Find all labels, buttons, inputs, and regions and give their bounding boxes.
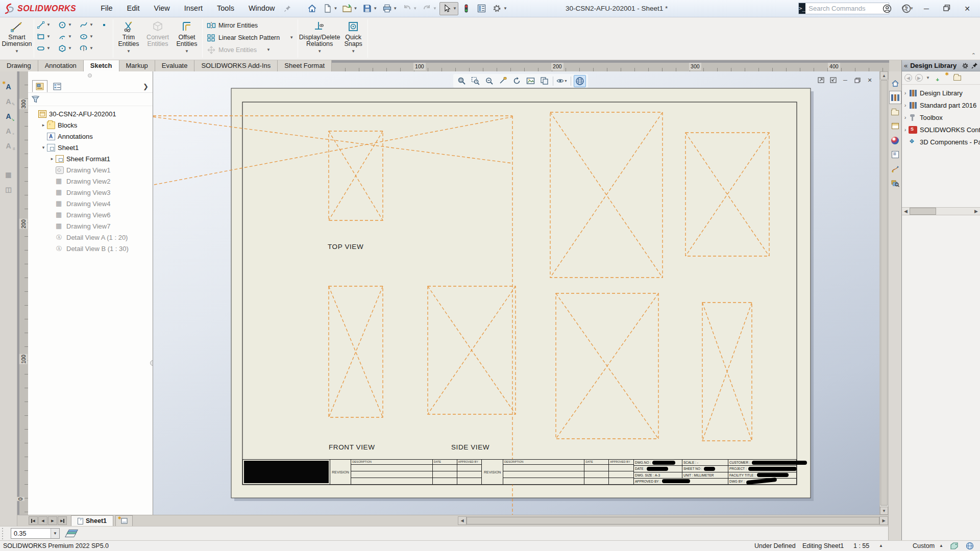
add-sheet-button[interactable]: ✱: [115, 515, 133, 526]
scrollbar-thumb[interactable]: [910, 208, 936, 215]
combo-dropdown-icon[interactable]: ▼: [51, 529, 59, 538]
command-tab[interactable]: Sheet Format: [278, 60, 332, 71]
globe-icon[interactable]: [966, 542, 974, 550]
graphics-area[interactable]: TOP VIEW FRONT VIEW SIDE VIEW ▼: [153, 71, 879, 515]
command-tab[interactable]: Markup: [119, 60, 155, 71]
polygon-tool[interactable]: ▼: [58, 44, 79, 53]
expander-icon[interactable]: ▸: [48, 156, 56, 161]
scroll-up-icon[interactable]: ▲: [880, 71, 888, 80]
dropdown-arrow-icon[interactable]: ▼: [393, 6, 397, 11]
home-button[interactable]: [305, 2, 319, 15]
add-note-button[interactable]: A+: [2, 125, 15, 137]
dropdown-arrow-icon[interactable]: ▼: [289, 35, 293, 40]
last-sheet-icon[interactable]: ▶: [58, 516, 67, 525]
home-tab[interactable]: [889, 77, 901, 90]
tag-icon[interactable]: [950, 542, 959, 549]
tree-item[interactable]: ▸ Blocks: [28, 119, 153, 131]
expander-icon[interactable]: ›: [902, 127, 909, 133]
expander-icon[interactable]: ›: [902, 90, 909, 96]
library-item[interactable]: › Design Library: [902, 87, 980, 99]
menu-item[interactable]: Window: [241, 0, 282, 17]
view-orientation-globe-button[interactable]: [574, 75, 586, 87]
tree-filter-row[interactable]: [28, 93, 153, 106]
user-account-icon[interactable]: [882, 4, 892, 14]
tree-item[interactable]: Drawing View7: [28, 220, 153, 232]
table-button[interactable]: ▦: [2, 168, 15, 181]
rotate-view-button[interactable]: [510, 75, 523, 87]
dropdown-arrow-icon[interactable]: ▼: [46, 22, 51, 27]
view-palette-tab[interactable]: [889, 119, 901, 133]
note-group-button[interactable]: A8: [2, 140, 15, 152]
revision-symbol-button[interactable]: ◫: [2, 183, 15, 195]
flyout-arrow-icon[interactable]: ▼: [127, 49, 131, 54]
back-icon[interactable]: ◀: [904, 74, 912, 82]
display-settings-button[interactable]: [475, 2, 489, 15]
dropdown-arrow-icon[interactable]: ▼: [926, 76, 930, 80]
mirror-entities-button[interactable]: Mirror Entities: [204, 19, 297, 31]
smart-dimension-button[interactable]: Smart Dimension ▼: [1, 17, 33, 60]
help-icon[interactable]: ?: [901, 4, 912, 14]
command-tab[interactable]: Sketch: [84, 60, 119, 71]
add-to-library-icon[interactable]: +: [933, 74, 940, 82]
scrollbar-thumb[interactable]: [467, 517, 879, 524]
dropdown-arrow-icon[interactable]: ▼: [68, 46, 72, 51]
note-button[interactable]: A✱: [2, 81, 15, 93]
layer-properties-icon[interactable]: [65, 529, 78, 538]
undo-button[interactable]: ▼: [400, 2, 419, 15]
first-sheet-icon[interactable]: ◀: [29, 516, 38, 525]
dropdown-arrow-icon[interactable]: ▼: [46, 34, 51, 39]
expander-icon[interactable]: ▾: [40, 145, 47, 150]
expander-icon[interactable]: ▸: [40, 122, 47, 128]
scroll-down-icon[interactable]: ▼: [880, 507, 888, 515]
ellipse-tool[interactable]: ▼: [79, 32, 101, 41]
dropdown-arrow-icon[interactable]: ▼: [453, 6, 457, 11]
dropdown-arrow-icon[interactable]: ▼: [564, 79, 568, 83]
menu-item[interactable]: Tools: [210, 0, 241, 17]
open-button[interactable]: ▼: [340, 2, 359, 15]
previous-sheet-icon[interactable]: ◀: [38, 516, 47, 525]
file-explorer-tab[interactable]: [889, 105, 901, 118]
dropdown-arrow-icon[interactable]: ▼: [433, 6, 437, 11]
window-restore-icon[interactable]: [853, 76, 862, 84]
tree-item[interactable]: Drawing View6: [28, 209, 153, 220]
trim-entities-button[interactable]: Trim Entities ▼: [114, 17, 143, 60]
library-item[interactable]: › Standard part 2016: [902, 99, 980, 111]
view-settings-button[interactable]: [497, 75, 509, 87]
forward-icon[interactable]: ▶: [915, 74, 923, 82]
quick-snaps-button[interactable]: Quick Snaps ▼: [340, 17, 366, 60]
tree-item[interactable]: 30-CSN2-AFU-202001: [28, 108, 153, 119]
expander-icon[interactable]: ›: [902, 102, 909, 108]
dropdown-arrow-icon[interactable]: ▼: [46, 46, 51, 51]
new-document-button[interactable]: ▼: [320, 2, 339, 15]
rebuild-button[interactable]: [459, 2, 474, 15]
layer-value-input[interactable]: [11, 530, 51, 537]
scale-caret-icon[interactable]: ▲: [879, 543, 883, 548]
collapse-panel-icon[interactable]: «: [904, 62, 908, 69]
command-tab[interactable]: Annotation: [38, 60, 84, 71]
offset-entities-button[interactable]: Offset Entities ▼: [173, 17, 201, 60]
dropdown-arrow-icon[interactable]: ▼: [413, 6, 417, 11]
tree-item[interactable]: Drawing View3: [28, 187, 153, 198]
command-tab[interactable]: SOLIDWORKS Add-Ins: [194, 60, 278, 71]
hide-show-items-button[interactable]: ▼: [556, 75, 568, 87]
window-minimize-icon[interactable]: ─: [841, 76, 849, 84]
design-library-tab[interactable]: [889, 91, 901, 104]
spline-tool[interactable]: ▼: [79, 20, 101, 30]
menu-item[interactable]: View: [147, 0, 177, 17]
line-tool[interactable]: ▼: [36, 20, 58, 30]
flyout-arrow-icon[interactable]: ▼: [351, 49, 355, 54]
note-pattern-button[interactable]: A↘: [2, 110, 15, 122]
tree-item[interactable]: ▸ Sheet Format1: [28, 153, 153, 164]
custom-properties-tab[interactable]: [889, 148, 901, 161]
scroll-right-icon[interactable]: ▶: [879, 516, 888, 525]
pin-panel-icon[interactable]: [971, 62, 978, 69]
menu-item[interactable]: File: [93, 0, 119, 17]
tree-item[interactable]: Detail View B (1 : 30): [28, 243, 153, 254]
scroll-right-icon[interactable]: ▶: [972, 208, 980, 215]
copy-view-button[interactable]: [538, 75, 550, 87]
dropdown-arrow-icon[interactable]: ▼: [68, 22, 72, 27]
tree-item[interactable]: ▾ Sheet1: [28, 142, 153, 153]
dropdown-arrow-icon[interactable]: ▼: [353, 6, 357, 11]
sheet-scale-label[interactable]: 1 : 55: [853, 542, 869, 549]
dropdown-arrow-icon[interactable]: ▼: [89, 46, 93, 51]
